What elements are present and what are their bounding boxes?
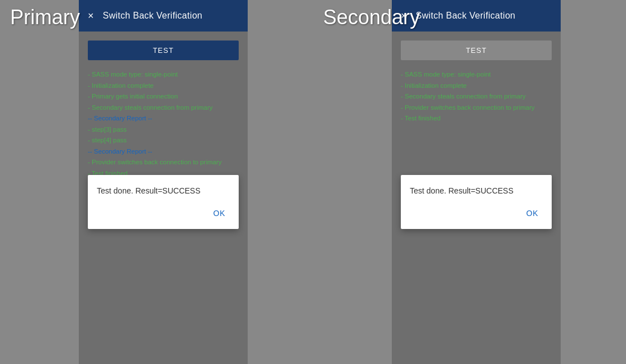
log-line: - SASS mode type: single-point xyxy=(401,69,552,80)
log-line: - step[3] pass xyxy=(88,124,239,136)
primary-dialog-header: × Switch Back Verification xyxy=(79,0,248,32)
log-line: - SASS mode type: single-point xyxy=(88,69,239,80)
secondary-alert-dialog: Test done. Result=SUCCESS OK xyxy=(401,175,552,229)
log-line: - Initialization complete xyxy=(401,80,552,92)
primary-panel: Primary × Switch Back Verification TEST … xyxy=(0,0,313,364)
log-line: - Initialization complete xyxy=(88,80,239,92)
primary-test-button[interactable]: TEST xyxy=(88,41,239,60)
primary-label: Primary xyxy=(0,0,90,35)
log-line: - Provider switches back connection to p… xyxy=(401,102,552,114)
secondary-label: Secondary xyxy=(313,0,430,35)
primary-alert-message: Test done. Result=SUCCESS xyxy=(97,186,230,195)
log-line: - Secondary steals connection from prima… xyxy=(88,102,239,114)
log-line: - Secondary steals connection from prima… xyxy=(401,91,552,102)
primary-alert-actions: OK xyxy=(97,206,230,224)
primary-log-area: - SASS mode type: single-point - Initial… xyxy=(88,69,239,179)
secondary-device: × Switch Back Verification TEST - SASS m… xyxy=(392,0,561,364)
secondary-ok-button[interactable]: OK xyxy=(522,206,543,220)
primary-dialog-content: TEST - SASS mode type: single-point - In… xyxy=(79,32,248,364)
secondary-alert-actions: OK xyxy=(410,206,543,224)
secondary-test-button: TEST xyxy=(401,41,552,60)
primary-ok-button[interactable]: OK xyxy=(209,206,230,220)
log-line: - Test finished xyxy=(401,113,552,124)
secondary-dialog-title: Switch Back Verification xyxy=(416,11,516,21)
secondary-panel: Secondary × Switch Back Verification TES… xyxy=(313,0,626,364)
primary-alert-dialog: Test done. Result=SUCCESS OK xyxy=(88,175,239,229)
log-line: -- Secondary Report -- xyxy=(88,146,239,158)
secondary-log-area: - SASS mode type: single-point - Initial… xyxy=(401,69,552,124)
secondary-alert-message: Test done. Result=SUCCESS xyxy=(410,186,543,195)
log-line: -- Secondary Report -- xyxy=(88,113,239,124)
log-line: - step[4] pass xyxy=(88,135,239,146)
primary-device: × Switch Back Verification TEST - SASS m… xyxy=(79,0,248,364)
log-line: - Primary gets initial connection xyxy=(88,91,239,102)
primary-dialog-title: Switch Back Verification xyxy=(103,11,203,21)
secondary-dialog-content: TEST - SASS mode type: single-point - In… xyxy=(392,32,561,364)
log-line: - Provider switches back connection to p… xyxy=(88,157,239,168)
